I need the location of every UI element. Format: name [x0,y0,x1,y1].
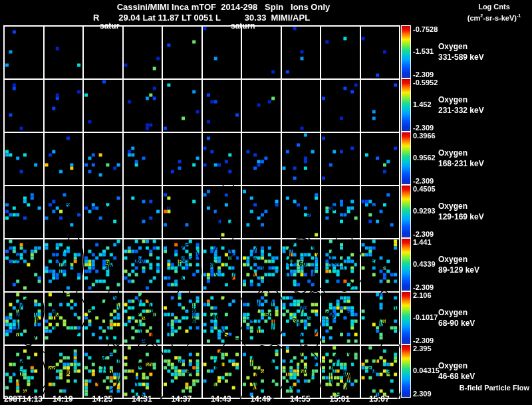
channel-energy-row-3: 168-231 keV [438,158,484,169]
colorbar-tick-bottom-row-5: -2.309 [413,283,434,291]
channel-species-row-3: Oxygen [438,148,484,158]
units-mid: -sr-s-keV) [483,14,517,22]
colorbar-tick-mid-row-7: 0.04315 [413,366,440,374]
colorbar-units-label: Log Cnts (cm2-sr-s-keV)-1 [458,3,531,23]
time-label-6: 14:43 [211,394,231,404]
channel-energy-row-6: 68-90 keV [438,318,475,329]
colorbar-tick-bottom-row-1: -2.309 [413,70,434,78]
colorbar-row-5 [401,238,411,291]
time-label-7: 14:49 [250,394,271,404]
channel-energy-row-1: 331-589 keV [438,52,484,63]
plot-title: Cassini/MIMI Inca mTOF 2014-298 Spin Ion… [0,2,447,12]
colorbar-row-2 [401,78,411,132]
colorbar-tick-top-row-1: -0.7528 [413,25,438,33]
channel-label-row-3: Oxygen168-231 keV [438,148,484,169]
channel-label-row-2: Oxygen231-332 keV [438,94,484,116]
units-open: (cm [467,14,481,22]
time-label-10: 15:07 [369,394,390,404]
time-label-4: 14:31 [132,394,152,404]
bfield-particle-flow-label: B-field Particle Flow [460,384,529,392]
channel-energy-row-2: 231-332 keV [438,105,484,116]
colorbar-tick-bottom-row-6: -2.309 [413,337,434,344]
spectrogram-plot: Cassini/MIMI Inca mTOF 2014-298 Spin Ion… [0,0,532,405]
units-sup-minus1: -1 [517,13,521,18]
colorbar-tick-top-row-4: 0.4505 [413,185,436,193]
channel-energy-row-4: 129-169 keV [438,211,484,222]
plot-subtitle: R 29.04 Lat 11.87 LT 0051 L 30.33 MIMI/A… [93,13,310,23]
colorbar-tick-bottom-row-4: -2.309 [413,230,434,238]
time-label-5: 14:37 [171,394,192,404]
time-label-1: 298T14:13 [4,394,43,404]
colorbar-tick-mid-row-2: 1.452 [413,100,432,108]
channel-label-row-6: Oxygen68-90 keV [438,307,475,329]
channel-energy-row-7: 46-68 keV [438,371,475,382]
channel-label-row-4: Oxygen129-169 keV [438,201,484,222]
time-label-2: 14:19 [53,394,73,404]
time-label-9: 15:01 [329,394,350,404]
channel-label-row-5: Oxygen89-129 keV [438,254,479,275]
units-line2: (cm2-sr-s-keV)-1 [458,11,531,23]
channel-species-row-7: Oxygen [438,360,475,371]
channel-species-row-4: Oxygen [438,201,484,211]
colorbar-tick-top-row-7: 2.395 [413,344,432,352]
colorbar-tick-mid-row-5: 0.4339 [413,260,436,268]
time-label-8: 14:55 [290,394,311,404]
colorbar-tick-mid-row-4: 0.9293 [413,207,436,215]
channel-species-row-6: Oxygen [438,307,475,318]
colorbar-row-1 [401,25,411,78]
units-line1: Log Cnts [458,3,531,11]
saturn-marker-left: satur [100,21,119,31]
channel-species-row-5: Oxygen [438,254,479,265]
colorbar-tick-top-row-6: 2.106 [413,291,432,299]
colorbar-tick-top-row-5: 1.441 [413,238,432,246]
colorbar-tick-mid-row-6: -0.1017 [413,313,438,321]
colorbar-tick-top-row-3: 0.3966 [413,132,436,140]
channel-label-row-7: Oxygen46-68 keV [438,360,475,382]
channel-energy-row-5: 89-129 keV [438,265,479,275]
colorbar-tick-mid-row-3: 0.9562 [413,154,436,162]
colorbar-row-7 [401,344,411,398]
colorbar-tick-top-row-2: -0.5952 [413,78,438,86]
colorbar-row-4 [401,185,411,238]
channel-species-row-2: Oxygen [438,94,484,105]
colorbar-tick-bottom-row-2: -2.309 [413,124,434,132]
channel-species-row-1: Oxygen [438,41,484,52]
colorbar-row-6 [401,291,411,344]
time-label-3: 14:25 [92,394,112,404]
colorbar-row-3 [401,132,411,185]
colorbar-tick-bottom-row-3: -2.309 [413,177,434,185]
colorbar-tick-mid-row-1: -1.531 [413,47,434,55]
channel-label-row-1: Oxygen331-589 keV [438,41,484,63]
saturn-marker-right: saturn [231,21,255,31]
colorbar-tick-bottom-row-7: 2.309 [413,390,432,398]
